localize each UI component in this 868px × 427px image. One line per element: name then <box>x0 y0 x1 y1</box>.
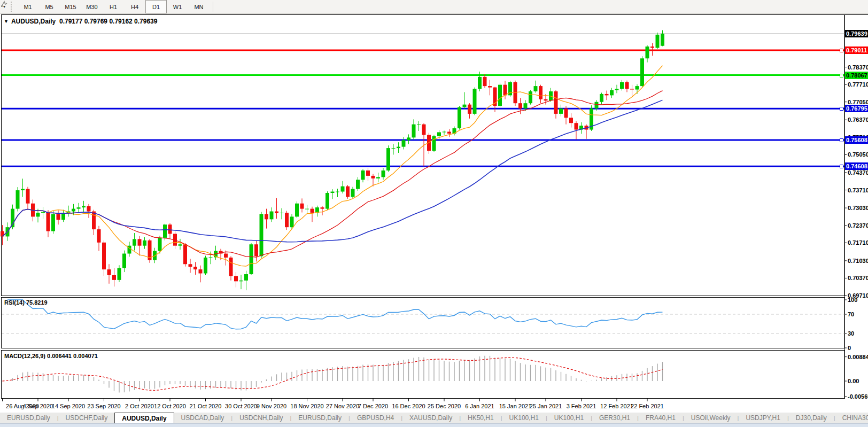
chart-tab-usdchf[interactable]: USDCHF,Daily <box>59 413 115 423</box>
chart-tab-uk100[interactable]: UK100,H1 <box>502 413 546 423</box>
level-price-badge: 0.75608 <box>845 136 868 144</box>
macd-axis-tick: 0.00884 <box>848 354 868 360</box>
date-axis-label: 23 Sep 2020 <box>87 403 120 409</box>
chart-tab-bar: EURUSD,Daily|USDCHF,DailyAUDUSD,DailyUSD… <box>0 413 868 423</box>
chart-symbol: AUDUSD,Daily <box>11 18 56 25</box>
level-line-handle[interactable] <box>840 74 843 77</box>
level-price-badge: 0.74608 <box>845 162 868 170</box>
date-axis-label: 12 Feb 2021 <box>600 403 633 409</box>
level-line-handle[interactable] <box>840 165 843 168</box>
date-axis-label: 22 Feb 2021 <box>631 403 664 409</box>
date-axis-label: 6 Jan 2021 <box>465 403 494 409</box>
chart-tab-hk50[interactable]: HK50,H1 <box>461 413 501 423</box>
chart-tab-dj30[interactable]: DJ30,Daily <box>789 413 834 423</box>
chart-tab-usdcnh[interactable]: USDCNH,Daily <box>232 413 290 423</box>
price-axis-tick: 0.78370 <box>848 64 868 71</box>
rsi-axis-tick: 70 <box>848 311 868 317</box>
rsi-indicator-label: RSI(14) 75.8219 <box>4 299 48 306</box>
date-axis-label: 7 Dec 2020 <box>358 403 388 409</box>
price-axis-tick: 0.72370 <box>848 222 868 229</box>
level-line-handle[interactable] <box>840 107 843 111</box>
chart-menu-icon[interactable]: ▼ <box>4 19 9 24</box>
chart-tab-audusd[interactable]: AUDUSD,Daily <box>114 413 174 423</box>
date-axis-label: 3 Feb 2021 <box>567 403 596 409</box>
level-price-badge: 0.78067 <box>845 72 868 79</box>
status-strip <box>0 423 868 427</box>
date-axis-label: 9 Nov 2020 <box>257 403 286 409</box>
chart-tab-usdcad[interactable]: USDCAD,Daily <box>174 413 231 423</box>
rsi-axis-tick: 100 <box>848 297 868 303</box>
chart-tab-usoil[interactable]: USOil,Weekly <box>684 413 738 423</box>
price-axis-tick: 0.75050 <box>848 151 868 158</box>
date-axis-label: 4 Sep 2020 <box>23 403 53 409</box>
chart-tab-usdjpy[interactable]: USDJPY,H1 <box>739 413 787 423</box>
mt4-window: ▾ M1M5M15M30H1H4D1W1MN ▼AUDUSD,Daily 0.7… <box>0 0 868 427</box>
level-price-badge: 0.79011 <box>845 46 868 54</box>
chart-canvas[interactable] <box>0 0 868 427</box>
chart-ohlc: 0.79177 0.79769 0.79162 0.79639 <box>59 18 158 25</box>
chart-tab-eurusd[interactable]: EURUSD,Daily <box>0 413 57 423</box>
price-axis-tick: 0.73030 <box>848 205 868 211</box>
chart-tab-gbpusd[interactable]: GBPUSD,H4 <box>350 413 401 423</box>
price-axis-tick: 0.77710 <box>848 81 868 88</box>
date-axis-label: 30 Oct 2020 <box>225 403 257 409</box>
date-axis-label: 18 Nov 2020 <box>290 403 323 409</box>
chart-tab-uk100[interactable]: UK100,H1 <box>547 413 591 423</box>
price-axis-tick: 0.74370 <box>848 169 868 176</box>
macd-indicator-label: MACD(12,26,9) 0.006441 0.004071 <box>4 353 98 359</box>
level-line-handle[interactable] <box>840 138 843 142</box>
macd-axis-tick: -0.005651 <box>848 393 868 400</box>
date-axis-label: 25 Dec 2020 <box>428 403 461 409</box>
rsi-axis-tick: 0 <box>848 345 868 351</box>
price-axis-tick: 0.76370 <box>848 117 868 123</box>
date-axis-label: 12 Oct 2020 <box>154 403 186 409</box>
date-axis-label: 27 Nov 2020 <box>326 403 359 409</box>
date-axis-label: 16 Dec 2020 <box>392 403 425 409</box>
current-price-badge: 0.79639 <box>845 30 868 37</box>
date-axis-label: 2 Oct 2020 <box>125 403 154 409</box>
chart-tab-xauusd[interactable]: XAUUSD,Daily <box>402 413 459 423</box>
chart-tab-china300[interactable]: CHINA300,H1 <box>835 413 868 423</box>
level-line-handle[interactable] <box>840 49 843 52</box>
price-axis-tick: 0.71030 <box>848 258 868 264</box>
level-price-badge: 0.76795 <box>845 105 868 112</box>
price-axis-tick: 0.71710 <box>848 239 868 246</box>
date-axis-label: 15 Jan 2021 <box>499 403 532 409</box>
date-axis-label: 21 Oct 2020 <box>190 403 222 409</box>
chart-tab-fra40[interactable]: FRA40,H1 <box>639 413 683 423</box>
chart-tab-ger30[interactable]: GER30,H1 <box>592 413 637 423</box>
chart-title: ▼AUDUSD,Daily 0.79177 0.79769 0.79162 0.… <box>4 18 157 25</box>
price-axis-tick: 0.70370 <box>848 275 868 281</box>
chart-tab-eurusd[interactable]: EURUSD,Daily <box>291 413 348 423</box>
price-axis-tick: 0.77050 <box>848 99 868 105</box>
macd-axis-tick: 0.00 <box>848 378 868 384</box>
rsi-axis-tick: 30 <box>848 330 868 337</box>
date-axis-label: 25 Jan 2021 <box>530 403 562 409</box>
price-axis-tick: 0.73710 <box>848 187 868 193</box>
date-axis-label: 14 Sep 2020 <box>52 403 85 409</box>
